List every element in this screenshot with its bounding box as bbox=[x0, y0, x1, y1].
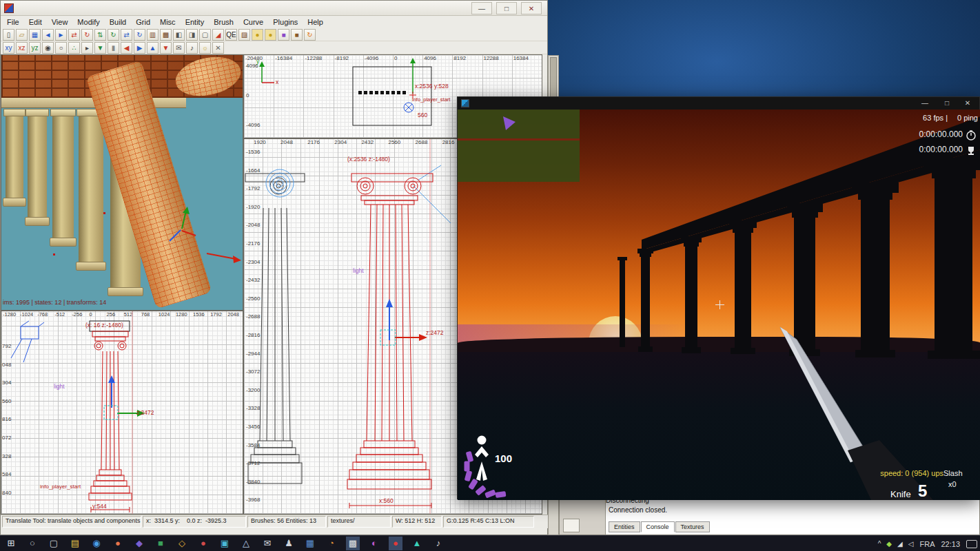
front-2d-view[interactable]: -1280-1024-768-512-256025651276810241280… bbox=[1, 311, 243, 514]
flip-x-icon[interactable]: ⇄ bbox=[68, 29, 80, 41]
axis-x-label: x bbox=[276, 79, 278, 85]
run-timer: 0:00:00.000 bbox=[919, 129, 963, 139]
app-icon[interactable]: ◆ bbox=[132, 537, 146, 550]
rotate-x-icon[interactable]: ↻ bbox=[81, 29, 93, 41]
app-icon[interactable]: ▣ bbox=[218, 537, 232, 550]
scrollbar-thumb[interactable] bbox=[550, 57, 557, 97]
redo-icon[interactable]: ► bbox=[55, 29, 67, 41]
task-view-icon[interactable]: ▢ bbox=[47, 537, 61, 550]
keyboard-language[interactable]: FRA bbox=[919, 540, 935, 548]
tray-app-icon[interactable]: ◆ bbox=[886, 540, 892, 548]
mail-app-icon[interactable]: ✉ bbox=[261, 537, 274, 550]
volume-icon[interactable]: ◁ bbox=[908, 540, 914, 548]
menu-item[interactable]: Edit bbox=[24, 17, 47, 27]
camera-3d-view[interactable]: ims: 1995 | states: 12 | transforms: 14 bbox=[1, 54, 243, 311]
lower-icon[interactable]: ▼ bbox=[160, 42, 172, 54]
minimize-button[interactable]: — bbox=[471, 2, 492, 14]
menu-item[interactable]: View bbox=[47, 17, 73, 27]
close-button[interactable]: ✕ bbox=[957, 97, 978, 110]
texture-view-icon[interactable]: ▨ bbox=[238, 29, 250, 41]
csg-merge-icon[interactable]: ◧ bbox=[173, 29, 185, 41]
menu-item[interactable]: Curve bbox=[238, 17, 268, 27]
fps-counter: 63 fps | bbox=[923, 114, 948, 122]
lock-selection-icon[interactable]: ● bbox=[252, 29, 263, 41]
texture-lock-icon[interactable]: ● bbox=[265, 29, 276, 41]
app-icon[interactable]: ▦ bbox=[303, 537, 317, 550]
network-icon[interactable]: ◢ bbox=[897, 540, 903, 548]
select-touching-icon[interactable]: ▩ bbox=[160, 29, 172, 41]
clipper-icon[interactable]: ◢ bbox=[212, 29, 224, 41]
menu-item[interactable]: Help bbox=[303, 17, 328, 27]
vertex-dots-icon[interactable]: ∴ bbox=[68, 42, 80, 54]
circle-icon[interactable]: ○ bbox=[55, 42, 67, 54]
tab-textures[interactable]: Textures bbox=[675, 521, 710, 532]
rotate-y-icon[interactable]: ↻ bbox=[108, 29, 119, 41]
brown-swatch-icon[interactable]: ■ bbox=[291, 29, 303, 41]
flip-z-icon[interactable]: ⇄ bbox=[121, 29, 132, 41]
close-tool-icon[interactable]: ✕ bbox=[212, 42, 224, 54]
hidden-icons-chevron[interactable]: ^ bbox=[878, 540, 881, 548]
select-complete-icon[interactable]: ▥ bbox=[147, 29, 159, 41]
game-titlebar[interactable]: — □ ✕ bbox=[458, 97, 979, 110]
game-taskbar-icon[interactable]: ● bbox=[389, 537, 402, 550]
purple-swatch-icon[interactable]: ■ bbox=[278, 29, 289, 41]
next-icon[interactable]: ▶ bbox=[134, 42, 145, 54]
hollow-icon[interactable]: ▢ bbox=[199, 29, 211, 41]
tab-entities[interactable]: Entities bbox=[609, 521, 640, 532]
prev-icon[interactable]: ◀ bbox=[121, 42, 132, 54]
close-button[interactable]: ✕ bbox=[521, 2, 542, 14]
app-icon[interactable]: ■ bbox=[154, 537, 167, 550]
side-view-icon[interactable]: yz bbox=[29, 42, 41, 54]
clock[interactable]: 22:13 bbox=[941, 540, 960, 548]
start-button[interactable]: ⊞ bbox=[4, 537, 18, 550]
editor-titlebar[interactable]: — □ ✕ bbox=[1, 1, 547, 16]
camera-icon[interactable]: ◉ bbox=[42, 42, 54, 54]
menu-item[interactable]: Entity bbox=[181, 17, 210, 27]
app-icon[interactable]: ◇ bbox=[175, 537, 189, 550]
app-icon[interactable]: ♪ bbox=[431, 537, 445, 550]
app-icon[interactable]: ● bbox=[111, 537, 125, 550]
menu-item[interactable]: Grid bbox=[131, 17, 155, 27]
csg-subtract-icon[interactable]: ◨ bbox=[186, 29, 198, 41]
front-view-icon[interactable]: xz bbox=[16, 42, 28, 54]
app-icon[interactable]: ♟ bbox=[282, 537, 296, 550]
open-map-icon[interactable]: ▱ bbox=[16, 29, 28, 41]
folder-icon[interactable]: ▤ bbox=[68, 537, 82, 550]
film-camera-icon[interactable]: ▸ bbox=[81, 42, 93, 54]
app-icon[interactable]: ▲ bbox=[410, 537, 424, 550]
mail-icon[interactable]: ✉ bbox=[173, 42, 185, 54]
minimize-button[interactable]: — bbox=[915, 97, 935, 110]
menu-item[interactable]: Brush bbox=[209, 17, 238, 27]
top-view-icon[interactable]: xy bbox=[3, 42, 14, 54]
search-icon[interactable]: ○ bbox=[25, 537, 39, 550]
maximize-button[interactable]: □ bbox=[937, 97, 957, 110]
app-icon[interactable]: △ bbox=[239, 537, 253, 550]
qe-drag-tool-icon[interactable]: QE bbox=[225, 29, 237, 41]
menu-item[interactable]: File bbox=[2, 17, 24, 27]
maximize-button[interactable]: □ bbox=[496, 2, 517, 14]
game-viewport[interactable]: 63 fps | 0 ping 0:00:00.000 0:00:00.000 … bbox=[458, 110, 980, 500]
menu-item[interactable]: Plugins bbox=[268, 17, 303, 27]
app-icon[interactable]: ◔ bbox=[325, 537, 338, 550]
menu-item[interactable]: Build bbox=[105, 17, 131, 27]
undo-icon[interactable]: ◄ bbox=[42, 29, 54, 41]
menu-item[interactable]: Misc bbox=[155, 17, 181, 27]
save-map-icon[interactable]: ▦ bbox=[29, 29, 41, 41]
app-icon[interactable]: ● bbox=[196, 537, 210, 550]
sound-icon[interactable]: ♪ bbox=[186, 42, 198, 54]
column-primitive-icon[interactable]: ▮ bbox=[108, 42, 119, 54]
light-icon[interactable]: ☼ bbox=[199, 42, 211, 54]
tab-console[interactable]: Console bbox=[641, 521, 675, 532]
new-map-icon[interactable]: ▯ bbox=[3, 29, 14, 41]
browser-icon[interactable]: ◉ bbox=[90, 537, 103, 550]
flip-y-icon[interactable]: ⇅ bbox=[94, 29, 106, 41]
drop-entity-icon[interactable]: ▼ bbox=[94, 42, 106, 54]
menu-item[interactable]: Modify bbox=[72, 17, 104, 27]
raise-icon[interactable]: ▲ bbox=[147, 42, 159, 54]
rotate-z-icon[interactable]: ↻ bbox=[134, 29, 145, 41]
refresh-models-icon[interactable]: ↻ bbox=[304, 29, 316, 41]
app-icon[interactable]: ◐ bbox=[367, 537, 381, 550]
stopwatch-icon bbox=[966, 129, 977, 141]
notifications-icon[interactable] bbox=[966, 540, 977, 548]
editor-taskbar-icon[interactable]: ▩ bbox=[346, 537, 360, 550]
